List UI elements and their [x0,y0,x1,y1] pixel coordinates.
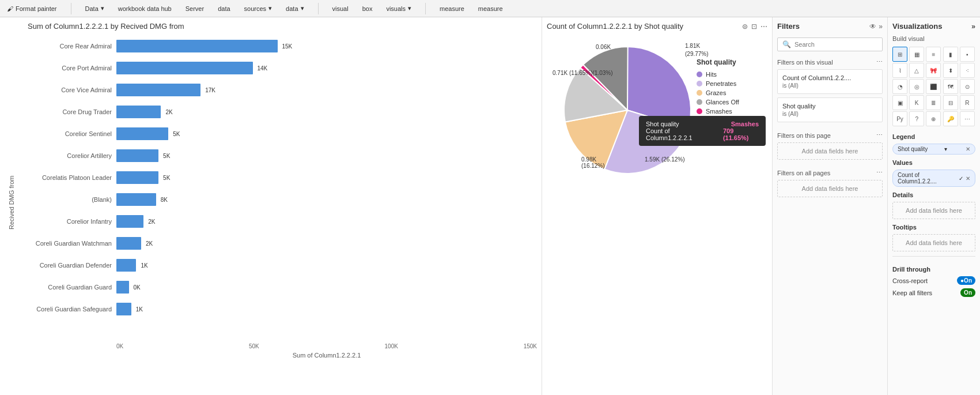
data2-button[interactable]: data [215,4,232,13]
add-data-fields-details[interactable]: Add data fields here [892,202,975,219]
legend-field-remove[interactable]: ✕ [966,146,970,152]
data3-button[interactable]: data ▾ [283,3,306,13]
filters-on-page-label: Filters on this page [777,132,831,139]
viz-donut-icon[interactable]: ◎ [909,79,924,94]
more-options-icon[interactable]: ⋯ [760,22,767,31]
viz-kpi-icon[interactable]: K [909,95,924,110]
viz-card-icon[interactable]: ▣ [892,95,907,110]
filter-icon[interactable]: ⊜ [742,22,748,31]
bar-row: Corelatis Platoon Leader5K [18,167,537,189]
filters-on-all-pages-more[interactable]: ⋯ [876,169,883,176]
filter-card-2[interactable]: Shot quality is (All) [777,97,883,122]
bar-fill[interactable] [116,281,129,294]
bar-label: Corelior Sentinel [18,130,116,137]
viz-slicer-icon[interactable]: ≣ [926,95,941,110]
pie-header: Count of Column1.2.2.2.1 by Shot quality… [547,22,767,31]
keep-all-filters-label: Keep all filters [892,289,932,296]
filters-on-all-pages-label: Filters on all pages [777,170,830,176]
filters-on-page-more[interactable]: ⋯ [876,131,883,139]
filter-search-box[interactable]: 🔍 [777,37,883,51]
viz-table-icon[interactable]: ⊞ [892,47,907,62]
bar-fill[interactable] [116,127,168,140]
bar-fill[interactable] [116,303,131,315]
cross-report-toggle[interactable]: ●On [957,276,975,285]
sources-button[interactable]: sources ▾ [242,3,275,13]
data-label: Data [85,5,99,12]
filter-card-1[interactable]: Count of Column1.2.2.... is (All) [777,69,883,94]
bar-fill[interactable] [116,259,136,272]
box-button[interactable]: box [360,4,375,13]
pie-legend: Shot quality HitsPenetratesGrazesGlances… [697,58,739,126]
measure-button[interactable]: measure [437,4,467,13]
viz-stacked-col-icon[interactable]: ▪ [960,47,975,62]
filters-on-all-pages-section: Filters on all pages ⋯ Add data fields h… [777,169,883,197]
viz-decomp-icon[interactable]: ⊕ [926,111,941,126]
viz-more-icon[interactable]: ⋯ [960,111,975,126]
pie-label-top-right: 1.81K (29.77%) [685,42,709,58]
viz-treemap-icon[interactable]: ⬛ [926,79,941,94]
legend-item: Wrecks [697,117,739,124]
format-painter-button[interactable]: 🖌 Format painter [5,4,59,13]
segment-label-3b: (16.12%) [581,163,605,169]
viz-qna-icon[interactable]: ? [909,111,924,126]
bar-row: Core Vice Admiral17K [18,79,537,101]
bar-label: Coreli Guardian Defender [18,262,116,269]
filters-on-visual-more[interactable]: ⋯ [876,58,883,66]
add-data-fields-tooltips[interactable]: Add data fields here [892,234,975,251]
viz-key-icon[interactable]: 🔑 [943,111,958,126]
bar-fill[interactable] [116,193,156,206]
bar-value: 2K [165,109,172,115]
bar-fill[interactable] [116,40,278,52]
viz-line-icon[interactable]: ⌇ [892,63,907,78]
filters-panel-header: Filters 👁 » [777,22,883,31]
expand-icon[interactable]: ⊡ [751,22,757,31]
visual-button[interactable]: visual [330,4,351,13]
server-button[interactable]: Server [183,4,206,13]
bar-fill[interactable] [116,171,158,184]
bar-fill[interactable] [116,106,161,118]
data-button[interactable]: Data ▾ [83,3,107,13]
add-data-fields-page[interactable]: Add data fields here [777,142,883,160]
visuals-button[interactable]: visuals ▾ [384,3,414,13]
values-field-remove[interactable]: ✕ [966,175,970,182]
measure2-button[interactable]: measure [476,4,505,13]
viz-r-icon[interactable]: R [960,95,975,110]
viz-area-icon[interactable]: △ [909,63,924,78]
filters-on-visual-label: Filters on this visual [777,59,833,66]
bar-fill[interactable] [116,84,200,96]
viz-scatter-icon[interactable]: ⁖ [960,63,975,78]
filter-eye-icon[interactable]: 👁 [869,22,876,31]
bar-fill[interactable] [116,149,158,162]
bar-fill[interactable] [116,215,143,228]
keep-all-filters-toggle[interactable]: On [960,288,975,297]
bar-value: 1K [136,306,143,313]
search-icon: 🔍 [782,40,791,48]
add-data-fields-all-pages[interactable]: Add data fields here [777,180,883,197]
filter-expand-icon[interactable]: » [879,22,883,31]
viz-map-icon[interactable]: 🗺 [943,79,958,94]
filters-on-visual-header: Filters on this visual ⋯ [777,58,883,66]
viz-gauge-icon[interactable]: ⊙ [960,79,975,94]
viz-ribbon-icon[interactable]: 🎀 [926,63,941,78]
viz-bar-icon[interactable]: ▦ [909,47,924,62]
viz-pie-icon[interactable]: ◔ [892,79,907,94]
pie-label-top: 0.06K [596,44,611,50]
legend-item-label: Penetrates [706,80,736,87]
filter-card-1-title: Count of Column1.2.2.... [782,74,877,81]
viz-panel-expand-icon[interactable]: » [971,22,975,31]
viz-py-icon[interactable]: Py [892,111,907,126]
bar-fill[interactable] [116,62,253,74]
viz-matrix-icon[interactable]: ⊟ [943,95,958,110]
values-field-check[interactable]: ✓ [959,175,963,182]
bar-wrapper: 1K [116,303,537,315]
bar-fill[interactable] [116,237,141,250]
viz-column-icon[interactable]: ▮ [943,47,958,62]
viz-stacked-bar-icon[interactable]: ≡ [926,47,941,62]
filter-search-input[interactable] [794,41,877,48]
bar-label: (Blank) [18,196,116,203]
workbook-data-hub-button[interactable]: workbook data hub [116,4,174,13]
legend-field-pill[interactable]: Shot quality ▾ ✕ [892,144,975,155]
legend-field-chevron[interactable]: ▾ [944,146,947,152]
values-field-pill[interactable]: Count of Column1.2.2.... ✓ ✕ [892,170,975,187]
viz-waterfall-icon[interactable]: ⬍ [943,63,958,78]
